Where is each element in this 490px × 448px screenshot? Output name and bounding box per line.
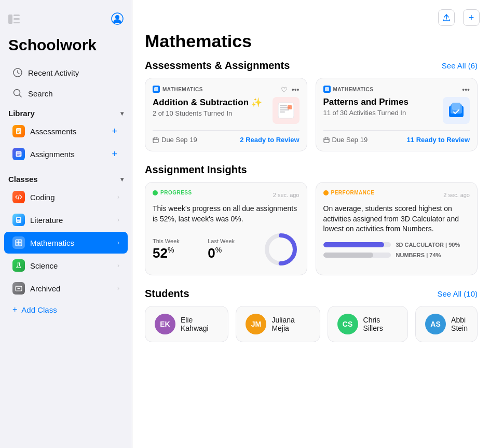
student-name-2: Chris Sillers — [363, 316, 399, 332]
recent-activity-label: Recent Activity — [28, 68, 79, 77]
svg-rect-10 — [17, 131, 20, 132]
sidebar: Schoolwork Recent Activity Search Librar… — [0, 0, 132, 448]
student-avatar-3: AS — [425, 314, 446, 334]
progress-text: This week's progress on all due assignme… — [153, 204, 300, 224]
sidebar-item-recent-activity[interactable]: Recent Activity — [4, 63, 128, 82]
card-subject-icon-1 — [323, 86, 331, 93]
export-button[interactable] — [438, 9, 455, 26]
sidebar-item-coding[interactable]: Coding › — [4, 186, 128, 208]
student-card-3[interactable]: AS AbbiStein — [415, 306, 478, 342]
sidebar-item-mathematics[interactable]: Mathematics › — [4, 232, 128, 254]
sidebar-item-archived[interactable]: Archived › — [4, 277, 128, 299]
library-section-header[interactable]: Library ▾ — [0, 104, 132, 120]
insight-card-progress: PROGRESS 2 sec. ago This week's progress… — [145, 182, 307, 275]
card-footer-1: Due Sep 19 11 Ready to Review — [323, 130, 470, 144]
assignment-cards-row: MATHEMATICS ♡ ••• Addition & Subtraction… — [145, 78, 478, 151]
coding-label: Coding — [30, 193, 55, 202]
archived-label: Archived — [30, 284, 60, 293]
add-class-label: Add Class — [21, 305, 57, 314]
card-subject-badge-1: MATHEMATICS — [323, 86, 374, 93]
card-more-icon-1[interactable]: ••• — [462, 86, 470, 94]
insights-section-header: Assignment Insights — [145, 164, 478, 176]
students-row: EK Elie Kahwagi JM Juliana Mejia CS Chri… — [145, 306, 478, 342]
svg-rect-22 — [280, 109, 289, 110]
add-class-button[interactable]: + Add Class — [4, 300, 128, 319]
sidebar-toggle-icon[interactable] — [8, 15, 20, 26]
performance-badge: PERFORMANCE — [323, 190, 375, 195]
add-button[interactable]: + — [463, 9, 480, 26]
svg-rect-18 — [154, 87, 158, 91]
mathematics-label: Mathematics — [30, 239, 74, 247]
svg-point-5 — [115, 15, 119, 19]
bar-row-0: 3D CALCULATOR | 90% — [323, 242, 470, 248]
search-label: Search — [28, 89, 53, 98]
assignment-card-1[interactable]: MATHEMATICS ••• Patterns and Primes 11 o… — [316, 78, 478, 151]
top-actions-bar: + — [438, 9, 480, 26]
assignment-card-0[interactable]: MATHEMATICS ♡ ••• Addition & Subtraction… — [145, 78, 307, 151]
assessments-icon — [12, 125, 25, 137]
add-icon: + — [469, 12, 474, 23]
svg-rect-20 — [280, 105, 287, 106]
recent-activity-icon — [12, 67, 23, 78]
svg-rect-24 — [288, 105, 292, 109]
add-assessments-button[interactable]: + — [110, 126, 119, 137]
card-thumbnail-0 — [273, 97, 300, 124]
svg-rect-3 — [13, 22, 20, 23]
students-section: Students See All (10) EK Elie Kahwagi JM… — [145, 288, 478, 342]
assessments-section: Assessments & Assignments See All (6) MA… — [145, 60, 478, 151]
card-title-1: Patterns and Primes — [323, 97, 438, 107]
bar-row-1: NUMBERS | 74% — [323, 252, 470, 258]
svg-rect-30 — [324, 138, 329, 143]
insight-card-performance: PERFORMANCE 2 sec. ago On average, stude… — [316, 182, 478, 275]
svg-rect-9 — [17, 130, 20, 130]
sidebar-item-search[interactable]: Search — [4, 83, 128, 103]
sidebar-item-literature[interactable]: Literature › — [4, 209, 128, 231]
add-assignments-button[interactable]: + — [110, 149, 119, 160]
coding-chevron-icon: › — [117, 193, 119, 201]
progress-badge: PROGRESS — [153, 190, 192, 195]
student-card-0[interactable]: EK Elie Kahwagi — [145, 306, 228, 342]
students-section-header: Students See All (10) — [145, 288, 478, 300]
card-thumbnail-1 — [443, 97, 470, 124]
science-chevron-icon: › — [117, 262, 119, 269]
library-label: Library — [8, 109, 35, 118]
bar-label-1: NUMBERS | 74% — [396, 252, 441, 258]
mathematics-chevron-icon: › — [117, 239, 119, 246]
svg-rect-0 — [8, 15, 12, 24]
profile-icon[interactable] — [111, 12, 124, 28]
card-heart-icon-0[interactable]: ♡ — [281, 86, 288, 94]
card-title-0: Addition & Subtraction ✨ — [153, 97, 267, 108]
card-subject-1: MATHEMATICS — [333, 87, 374, 92]
sidebar-item-science[interactable]: Science › — [4, 255, 128, 276]
card-more-icon-0[interactable]: ••• — [292, 86, 300, 94]
student-avatar-2: CS — [337, 314, 358, 334]
progress-badge-label: PROGRESS — [160, 190, 192, 195]
search-icon — [12, 88, 23, 99]
card-subject-0: MATHEMATICS — [162, 87, 203, 92]
student-card-1[interactable]: JM Juliana Mejia — [236, 306, 320, 342]
archived-icon — [12, 282, 25, 295]
last-week-stat: Last Week 0% — [208, 238, 235, 261]
performance-badge-label: PERFORMANCE — [331, 190, 375, 195]
assessments-section-header: Assessments & Assignments See All (6) — [145, 60, 478, 72]
sidebar-item-assignments[interactable]: Assignments + — [4, 143, 128, 165]
progress-timestamp: 2 sec. ago — [273, 192, 300, 198]
svg-rect-1 — [13, 15, 20, 16]
students-see-all-link[interactable]: See All (10) — [437, 289, 478, 298]
student-avatar-1: JM — [246, 314, 266, 334]
classes-chevron-icon: ▾ — [120, 176, 124, 183]
performance-timestamp: 2 sec. ago — [443, 192, 470, 198]
card-subtitle-0: 2 of 10 Students Turned In — [153, 109, 267, 117]
student-name-0: Elie Kahwagi — [181, 316, 219, 332]
card-ready-1: 11 Ready to Review — [407, 136, 470, 144]
page-title: Mathematics — [145, 10, 478, 51]
classes-section-header[interactable]: Classes ▾ — [0, 170, 132, 186]
main-content: + Mathematics Assessments & Assignments … — [132, 0, 490, 448]
this-week-stat: This Week 52% — [153, 238, 180, 261]
sidebar-item-assessments[interactable]: Assessments + — [4, 120, 128, 142]
performance-bars: 3D CALCULATOR | 90% NUMBERS | 74% — [323, 242, 470, 258]
svg-rect-17 — [16, 286, 22, 287]
student-card-2[interactable]: CS Chris Sillers — [328, 306, 409, 342]
assessments-see-all-link[interactable]: See All (6) — [442, 61, 478, 70]
last-week-value: 0% — [208, 245, 235, 261]
